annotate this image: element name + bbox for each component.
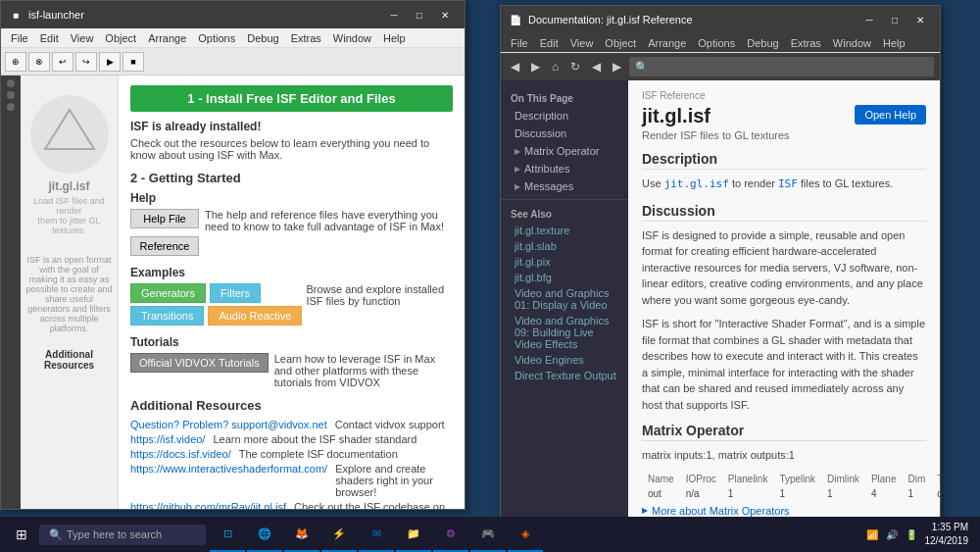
doc-menu-file[interactable]: File bbox=[505, 35, 534, 51]
isf-menubar: File Edit View Object Arrange Options De… bbox=[1, 28, 465, 48]
doc-window-icon: 📄 bbox=[509, 13, 522, 26]
examples-row2: Transitions Audio Reactive bbox=[130, 306, 302, 326]
doc-minimize-button[interactable]: ─ bbox=[858, 10, 881, 29]
toolbar-btn-1[interactable]: ⊕ bbox=[5, 52, 26, 72]
tutorials-title: Tutorials bbox=[130, 335, 453, 349]
generators-button[interactable]: Generators bbox=[130, 283, 206, 303]
doc-menu-window[interactable]: Window bbox=[827, 35, 877, 51]
taskbar-app-firefox[interactable]: 🦊 bbox=[284, 517, 319, 552]
menu-options[interactable]: Options bbox=[192, 30, 241, 46]
doc-close-button[interactable]: ✕ bbox=[908, 10, 932, 29]
start-button[interactable]: ⊞ bbox=[4, 517, 39, 552]
taskbar-app-game[interactable]: 🎮 bbox=[470, 517, 506, 552]
filters-button[interactable]: Filters bbox=[210, 283, 261, 303]
link-isfvideo[interactable]: https://isf.video/ bbox=[130, 433, 205, 445]
sidebar-description[interactable]: Description bbox=[501, 107, 628, 125]
see-also-video-graphics-01[interactable]: Video and Graphics 01: Display a Video bbox=[501, 285, 628, 313]
open-help-button[interactable]: Open Help bbox=[855, 105, 926, 125]
official-tutorials-button[interactable]: Official VIDVOX Tutorials bbox=[130, 353, 269, 373]
description-section-title: Description bbox=[642, 151, 926, 170]
menu-extras[interactable]: Extras bbox=[285, 30, 327, 46]
see-also-direct-texture[interactable]: Direct Texture Output bbox=[501, 368, 628, 383]
additional-resources-section: Additional Resources Question? Problem? … bbox=[130, 398, 453, 509]
description-code: jit.gl.isf bbox=[664, 177, 729, 190]
doc-page-subtitle: Render ISF files to GL textures bbox=[642, 129, 926, 141]
see-also-jit-gl-slab[interactable]: jit.gl.slab bbox=[501, 238, 628, 254]
taskbar-app-mail[interactable]: ✉ bbox=[359, 517, 394, 552]
see-also-video-engines[interactable]: Video Engines bbox=[501, 352, 628, 368]
menu-arrange[interactable]: Arrange bbox=[142, 30, 192, 46]
doc-search-input[interactable] bbox=[629, 57, 934, 76]
menu-object[interactable]: Object bbox=[99, 30, 142, 46]
toolbar-btn-5[interactable]: ▶ bbox=[99, 52, 121, 72]
taskbar-app-bookmark[interactable]: ⚙ bbox=[433, 517, 468, 552]
doc-menu-object[interactable]: Object bbox=[599, 35, 642, 51]
doc-nav-back[interactable]: ◀ bbox=[588, 60, 605, 74]
taskbar-app-explorer[interactable]: ⊡ bbox=[210, 517, 245, 552]
more-about-matrix-link[interactable]: More about Matrix Operators bbox=[642, 505, 926, 517]
taskbar-app-folder[interactable]: 📁 bbox=[396, 517, 431, 552]
taskbar-time: 1:35 PM bbox=[925, 521, 969, 534]
col-ioproc: IOProc bbox=[680, 472, 722, 486]
taskbar-app-bolt[interactable]: ⚡ bbox=[321, 517, 357, 552]
link-row-0: Question? Problem? support@vidvox.net Co… bbox=[130, 419, 453, 430]
link-desc-2: The complete ISF documentation bbox=[239, 448, 398, 460]
minimize-button[interactable]: ─ bbox=[382, 5, 406, 25]
transitions-button[interactable]: Transitions bbox=[130, 306, 204, 326]
link-support[interactable]: Question? Problem? support@vidvox.net bbox=[130, 419, 327, 430]
menu-file[interactable]: File bbox=[5, 30, 34, 46]
maximize-button[interactable]: □ bbox=[408, 5, 431, 25]
see-also-video-graphics-09[interactable]: Video and Graphics 09: Building Live Vid… bbox=[501, 313, 628, 352]
cell-typelink: 1 bbox=[773, 486, 821, 501]
link-github[interactable]: https://github.com/mrRay/jit.gl.isf bbox=[130, 501, 286, 509]
isf-additional-title-left: Additional Resources bbox=[21, 349, 118, 371]
doc-back-button[interactable]: ◀ bbox=[507, 60, 523, 74]
taskbar-network-icon: 📶 bbox=[866, 529, 878, 540]
reference-button[interactable]: Reference bbox=[130, 236, 199, 256]
link-row-4: https://github.com/mrRay/jit.gl.isf Chec… bbox=[130, 501, 453, 509]
isf-titlebar: ■ isf-launcher ─ □ ✕ bbox=[1, 1, 465, 28]
see-also-jit-gl-texture[interactable]: jit.gl.texture bbox=[501, 223, 628, 238]
doc-nav-forward[interactable]: ▶ bbox=[609, 60, 625, 74]
taskbar-app-browser[interactable]: 🌐 bbox=[247, 517, 282, 552]
doc-home-button[interactable]: ⌂ bbox=[548, 60, 563, 74]
doc-menu-edit[interactable]: Edit bbox=[534, 35, 564, 51]
discussion-text-2: ISF is short for "Interactive Shader For… bbox=[642, 316, 926, 413]
menu-window[interactable]: Window bbox=[327, 30, 377, 46]
doc-forward-button[interactable]: ▶ bbox=[527, 60, 544, 74]
doc-menu-debug[interactable]: Debug bbox=[741, 35, 784, 51]
help-file-button[interactable]: Help File bbox=[130, 209, 199, 228]
menu-help[interactable]: Help bbox=[377, 30, 412, 46]
taskbar-search[interactable]: 🔍 Type here to search bbox=[39, 525, 206, 545]
doc-maximize-button[interactable]: □ bbox=[883, 10, 906, 29]
menu-debug[interactable]: Debug bbox=[241, 30, 284, 46]
audio-reactive-button[interactable]: Audio Reactive bbox=[208, 306, 302, 326]
doc-menu-help[interactable]: Help bbox=[877, 35, 911, 51]
sidebar-messages[interactable]: Messages bbox=[501, 177, 628, 195]
doc-menu-options[interactable]: Options bbox=[692, 35, 741, 51]
taskbar-app-extra[interactable]: ◈ bbox=[508, 517, 543, 552]
menu-view[interactable]: View bbox=[65, 30, 100, 46]
toolbar-btn-4[interactable]: ↪ bbox=[75, 52, 97, 72]
doc-refresh-button[interactable]: ↻ bbox=[566, 60, 584, 74]
sidebar-discussion[interactable]: Discussion bbox=[501, 125, 628, 142]
see-also-jit-gl-pix[interactable]: jit.gl.pix bbox=[501, 254, 628, 270]
see-also-jit-gl-bfg[interactable]: jit.gl.bfg bbox=[501, 270, 628, 285]
sidebar-attributes[interactable]: Attributes bbox=[501, 160, 628, 177]
additional-resources-title: Additional Resources bbox=[130, 398, 453, 413]
cell-planelink: 1 bbox=[722, 486, 774, 501]
doc-menu-extras[interactable]: Extras bbox=[785, 35, 827, 51]
doc-menu-arrange[interactable]: Arrange bbox=[642, 35, 692, 51]
doc-menu-view[interactable]: View bbox=[564, 35, 600, 51]
link-docs[interactable]: https://docs.isf.video/ bbox=[130, 448, 231, 460]
col-planelink: Planelink bbox=[722, 472, 774, 486]
sidebar-matrix[interactable]: Matrix Operator bbox=[501, 142, 628, 160]
examples-section: Examples Generators Filters Transitions … bbox=[130, 266, 453, 326]
toolbar-btn-2[interactable]: ⊗ bbox=[28, 52, 50, 72]
menu-edit[interactable]: Edit bbox=[34, 30, 65, 46]
install-header: 1 - Install Free ISF Editor and Files bbox=[130, 85, 453, 112]
close-button[interactable]: ✕ bbox=[433, 5, 457, 25]
link-isf-format[interactable]: https://www.interactiveshaderformat.com/ bbox=[130, 463, 327, 498]
toolbar-btn-3[interactable]: ↩ bbox=[52, 52, 74, 72]
toolbar-btn-6[interactable]: ■ bbox=[122, 52, 144, 72]
